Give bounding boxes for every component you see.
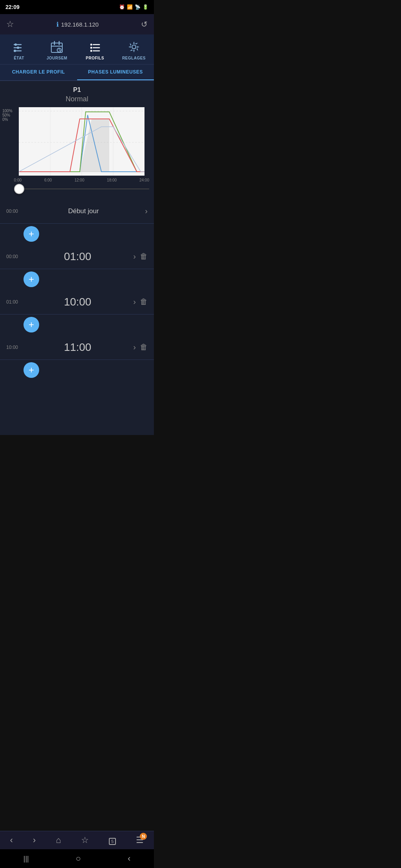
from-time-3: 10:00 [6, 345, 25, 350]
svg-point-17 [90, 50, 92, 52]
add-btn-row-2: + [0, 314, 154, 335]
reload-button[interactable]: ↺ [141, 20, 148, 29]
from-time-1: 00:00 [6, 254, 25, 259]
schedule-row-3: 10:00 11:00 › 🗑 [0, 335, 154, 360]
status-bar: 22:09 ⏰ 📶 📡 🔋 [0, 0, 154, 14]
to-time-2: 10:00 [25, 296, 130, 308]
chevron-0[interactable]: › [145, 207, 148, 216]
nav-label-etat: ÉTAT [14, 56, 24, 60]
nav-item-joursem[interactable]: JOURSEM [42, 38, 72, 62]
from-time-0: 00:00 [6, 208, 25, 214]
schedule-row-2: 01:00 10:00 › 🗑 [0, 289, 154, 314]
etat-icon [12, 40, 26, 54]
y-label-100: 100% [2, 109, 13, 113]
svg-point-15 [90, 47, 92, 49]
reglages-icon [127, 40, 141, 54]
to-time-1: 01:00 [25, 250, 130, 263]
browser-bar: ☆ ℹ 192.168.1.120 ↺ [0, 14, 154, 34]
chart-x-labels: 0:00 6:00 12:00 18:00 24:00 [14, 176, 149, 182]
tab-phases-lumineuses[interactable]: PHASES LUMINEUSES [77, 65, 154, 80]
to-label-0: Début jour [25, 207, 142, 215]
chart-area [19, 107, 145, 176]
chart-svg [19, 107, 145, 176]
chevron-3[interactable]: › [133, 343, 136, 352]
schedule-row-1: 00:00 01:00 › 🗑 [0, 244, 154, 269]
x-label-18: 18:00 [107, 178, 117, 182]
chevron-1[interactable]: › [133, 252, 136, 261]
to-time-3: 11:00 [25, 341, 130, 354]
delete-button-1[interactable]: 🗑 [140, 252, 148, 261]
nav-item-reglages[interactable]: REGLAGES [118, 38, 150, 62]
alarm-icon: ⏰ [119, 4, 125, 10]
add-btn-row-1: + [0, 269, 154, 289]
svg-point-19 [132, 45, 136, 49]
timeline-slider[interactable] [14, 183, 149, 195]
tab-charger-profil[interactable]: CHARGER LE PROFIL [0, 65, 77, 80]
schedule-row-0: 00:00 Début jour › [0, 199, 154, 224]
y-label-0: 0% [2, 117, 13, 122]
slider-track [14, 189, 149, 189]
add-button-0[interactable]: + [23, 226, 39, 242]
add-btn-row-0: + [0, 224, 154, 244]
schedule-list: 00:00 Début jour › + 00:00 01:00 › 🗑 + 0… [0, 199, 154, 427]
status-icons: ⏰ 📶 📡 🔋 [119, 4, 148, 10]
nav-item-etat[interactable]: ÉTAT [4, 38, 34, 62]
from-time-2: 01:00 [6, 299, 25, 305]
top-nav: ÉTAT JOURSEM PROFILS [0, 34, 154, 65]
wifi-icon: 📶 [127, 4, 133, 10]
profile-name: P1 [0, 81, 154, 95]
info-icon: ℹ [56, 21, 59, 28]
nav-label-reglages: REGLAGES [122, 56, 146, 60]
signal-icon: 📡 [135, 4, 141, 10]
status-time: 22:09 [5, 4, 20, 10]
battery-icon: 🔋 [143, 4, 148, 10]
chevron-2[interactable]: › [133, 297, 136, 306]
x-label-0: 0:00 [14, 178, 22, 182]
add-button-3[interactable]: + [23, 362, 39, 378]
nav-label-profils: PROFILS [86, 56, 104, 60]
joursem-icon [50, 40, 64, 54]
svg-line-12 [59, 50, 60, 51]
slider-thumb[interactable] [14, 184, 24, 194]
add-btn-row-3: + [0, 360, 154, 380]
delete-button-3[interactable]: 🗑 [140, 343, 148, 352]
nav-label-joursem: JOURSEM [47, 56, 67, 60]
x-label-24: 24:00 [139, 178, 149, 182]
y-label-50: 50% [2, 113, 13, 117]
nav-item-profils[interactable]: PROFILS [80, 38, 110, 62]
add-button-2[interactable]: + [23, 317, 39, 332]
svg-point-13 [90, 44, 92, 46]
tab-bar: CHARGER LE PROFIL PHASES LUMINEUSES [0, 65, 154, 81]
url-text: 192.168.1.120 [61, 21, 99, 28]
chart-y-labels: 100% 50% 0% [2, 107, 13, 123]
x-label-12: 12:00 [74, 178, 84, 182]
svg-point-1 [14, 43, 17, 46]
svg-point-5 [14, 50, 16, 52]
svg-point-3 [17, 47, 19, 49]
x-label-6: 6:00 [44, 178, 52, 182]
main-content: P1 Normal 100% 50% 0% [0, 81, 154, 435]
delete-button-2[interactable]: 🗑 [140, 297, 148, 306]
profils-icon [88, 40, 102, 54]
add-button-1[interactable]: + [23, 271, 39, 287]
bookmark-icon[interactable]: ☆ [6, 19, 14, 29]
profile-mode: Normal [0, 95, 154, 103]
browser-url[interactable]: ℹ 192.168.1.120 [56, 21, 99, 28]
